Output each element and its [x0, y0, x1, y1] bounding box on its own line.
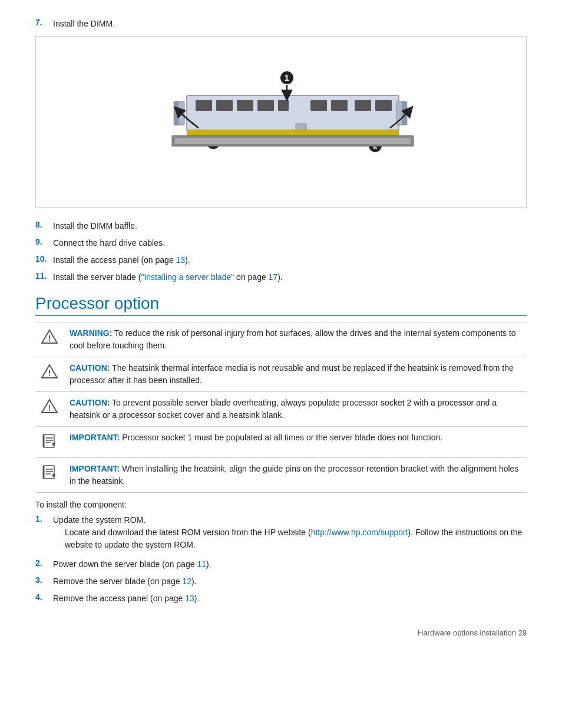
svg-rect-4 — [216, 100, 233, 111]
svg-rect-3 — [196, 100, 212, 111]
note-2-icon — [41, 464, 58, 480]
step-10-num: 10. — [35, 254, 53, 263]
install-step-1-sub: Locate and download the latest ROM versi… — [65, 526, 527, 551]
step-11-text: Install the server blade ("Installing a … — [53, 271, 283, 284]
notice-caution-2-icon-cell: ! — [35, 392, 64, 427]
install-step-3-text: Remove the server blade (on page 12). — [53, 575, 197, 588]
svg-rect-10 — [355, 100, 371, 111]
svg-text:!: ! — [48, 403, 51, 413]
svg-rect-24 — [175, 138, 411, 144]
section-title: Processor option — [35, 294, 527, 316]
step-10: 10. Install the access panel (on page 13… — [35, 254, 527, 266]
important-1-body: Processor socket 1 must be populated at … — [122, 433, 442, 442]
notices-table: ! WARNING: To reduce the risk of persona… — [35, 322, 527, 493]
notice-warning: ! WARNING: To reduce the risk of persona… — [35, 322, 527, 357]
svg-rect-2 — [187, 130, 399, 136]
note-1-icon — [41, 433, 58, 449]
caution-2-body: To prevent possible server blade overhea… — [70, 398, 497, 420]
step-8-text: Install the DIMM baffle. — [53, 220, 137, 232]
svg-rect-6 — [257, 100, 274, 111]
install-step-4: 4. Remove the access panel (on page 13). — [35, 592, 527, 605]
svg-rect-8 — [310, 100, 327, 111]
install-step-1-num: 1. — [35, 514, 53, 523]
install-step-1-text: Update the system ROM. — [53, 514, 527, 526]
triangle-warning-icon: ! — [41, 328, 58, 345]
notice-important-2: IMPORTANT: When installing the heatsink,… — [35, 458, 527, 493]
triangle-caution-2-icon: ! — [41, 398, 58, 414]
page-footer: Hardware options installation 29 — [35, 628, 527, 637]
svg-text:1: 1 — [285, 73, 289, 83]
notice-caution-1-icon-cell: ! — [35, 357, 64, 392]
link-page-11[interactable]: 11 — [197, 559, 206, 569]
notice-important-2-text: IMPORTANT: When installing the heatsink,… — [64, 458, 527, 493]
link-installing-server-blade[interactable]: "Installing a server blade" — [141, 272, 234, 282]
important-2-label: IMPORTANT: — [70, 464, 120, 473]
notice-important-2-icon-cell — [35, 458, 64, 493]
step-8-num: 8. — [35, 220, 53, 229]
install-step-2-num: 2. — [35, 558, 53, 568]
step-10-text: Install the access panel (on page 13). — [53, 254, 190, 266]
step-7-num: 7. — [35, 18, 53, 27]
step-9-text: Connect the hard drive cables. — [53, 237, 165, 249]
svg-rect-31 — [44, 434, 54, 447]
install-step-3: 3. Remove the server blade (on page 12). — [35, 575, 527, 588]
notice-caution-1-text: CAUTION: The heatsink thermal interface … — [64, 357, 527, 392]
warning-body: To reduce the risk of personal injury fr… — [70, 328, 516, 350]
svg-text:!: ! — [48, 368, 51, 378]
svg-rect-13 — [174, 101, 178, 125]
install-step-4-num: 4. — [35, 592, 53, 602]
link-page-13a[interactable]: 13 — [176, 255, 186, 265]
caution-2-label: CAUTION: — [70, 398, 110, 407]
install-step-3-num: 3. — [35, 575, 53, 585]
svg-rect-7 — [278, 100, 289, 111]
notice-warning-text: WARNING: To reduce the risk of personal … — [64, 322, 527, 357]
link-hp-support[interactable]: http://www.hp.com/support — [311, 528, 408, 537]
link-page-13b[interactable]: 13 — [185, 594, 194, 603]
notice-important-1-icon-cell — [35, 427, 64, 458]
svg-rect-11 — [375, 100, 392, 111]
step-11-num: 11. — [35, 271, 53, 281]
warning-label: WARNING: — [70, 328, 112, 338]
svg-rect-5 — [237, 100, 253, 111]
intro-text: To install the component: — [35, 500, 527, 509]
install-step-2-text: Power down the server blade (on page 11)… — [53, 558, 211, 571]
step-9: 9. Connect the hard drive cables. — [35, 237, 527, 249]
install-step-2: 2. Power down the server blade (on page … — [35, 558, 527, 571]
dimm-diagram: 1 2 2 — [35, 36, 527, 208]
notice-caution-1: ! CAUTION: The heatsink thermal interfac… — [35, 357, 527, 392]
caution-1-body: The heatsink thermal interface media is … — [70, 363, 514, 385]
install-step-1-content: Update the system ROM. Locate and downlo… — [53, 514, 527, 554]
link-page-12[interactable]: 12 — [182, 577, 191, 586]
step-11: 11. Install the server blade ("Installin… — [35, 271, 527, 284]
footer-right: Hardware options installation 29 — [418, 628, 527, 637]
notice-caution-2-text: CAUTION: To prevent possible server blad… — [64, 392, 527, 427]
svg-text:!: ! — [48, 334, 51, 343]
install-step-4-text: Remove the access panel (on page 13). — [53, 592, 199, 605]
notice-caution-2: ! CAUTION: To prevent possible server bl… — [35, 392, 527, 427]
important-1-label: IMPORTANT: — [70, 433, 120, 442]
install-step-1: 1. Update the system ROM. Locate and dow… — [35, 514, 527, 554]
triangle-caution-1-icon: ! — [41, 363, 58, 380]
notice-important-1-text: IMPORTANT: Processor socket 1 must be po… — [64, 427, 527, 458]
link-page-17[interactable]: 17 — [269, 272, 278, 282]
dimm-illustration: 1 2 2 — [48, 48, 514, 196]
svg-rect-9 — [331, 100, 348, 111]
important-2-body: When installing the heatsink, align the … — [70, 464, 518, 486]
step-8: 8. Install the DIMM baffle. — [35, 220, 527, 232]
caution-1-label: CAUTION: — [70, 363, 110, 373]
svg-rect-36 — [44, 466, 54, 479]
step-7: 7. Install the DIMM. — [35, 18, 527, 30]
step-7-text: Install the DIMM. — [53, 18, 115, 30]
step-9-num: 9. — [35, 237, 53, 246]
notice-warning-icon-cell: ! — [35, 322, 64, 357]
notice-important-1: IMPORTANT: Processor socket 1 must be po… — [35, 427, 527, 458]
